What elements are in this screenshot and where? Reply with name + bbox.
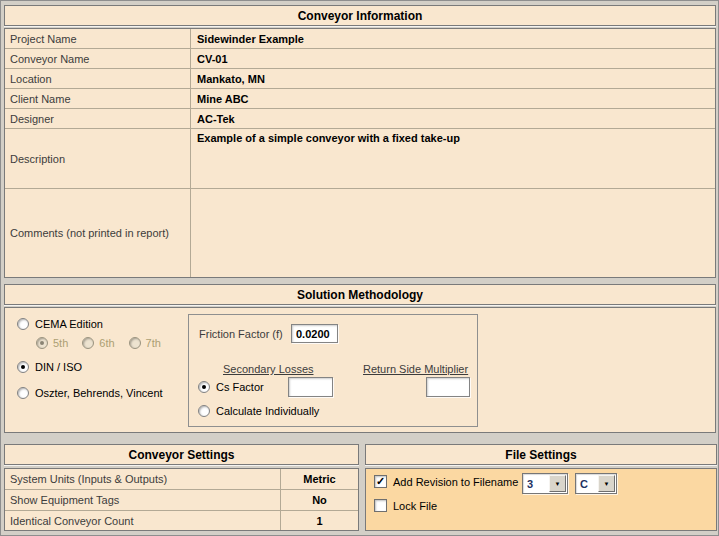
cema-5th-radio[interactable] [36,337,48,349]
table-row: Identical Conveyor Count 1 [5,511,358,530]
table-row: Comments (not printed in report) [5,189,715,277]
equipment-tags-value[interactable]: No [281,494,358,506]
file-settings-header: File Settings [365,444,717,465]
designer-value[interactable]: AC-Tek [191,111,715,127]
return-side-multiplier-label: Return Side Multiplier [363,363,468,375]
cema-7th-label: 7th [146,337,161,349]
calculate-individually-label: Calculate Individually [216,405,319,417]
conveyor-settings-title: Conveyor Settings [128,448,234,462]
project-name-value[interactable]: Sidewinder Example [191,31,715,47]
calculate-individually-radio[interactable] [198,405,210,417]
description-label: Description [5,129,191,188]
revision-letter-value: C [576,474,597,493]
table-row: Project Name Sidewinder Example [5,29,715,49]
system-units-value[interactable]: Metric [281,473,358,485]
designer-label: Designer [5,109,191,128]
comments-label: Comments (not printed in report) [5,189,191,277]
solution-methodology-body: CEMA Edition 5th 6th 7th DIN / ISO Oszte… [4,307,716,433]
table-row: Conveyor Name CV-01 [5,49,715,69]
add-revision-label: Add Revision to Filename [393,476,518,488]
cs-factor-radio[interactable] [198,381,210,393]
table-row: Show Equipment Tags No [5,490,358,511]
lock-file-option[interactable]: Lock File [374,499,437,512]
equipment-tags-label: Show Equipment Tags [5,490,281,510]
table-row: Location Mankato, MN [5,69,715,89]
client-name-label: Client Name [5,89,191,108]
cema-edition-label: CEMA Edition [35,318,103,330]
conveyor-name-value[interactable]: CV-01 [191,51,715,67]
conveyor-information-table: Project Name Sidewinder Example Conveyor… [4,28,716,278]
oszter-option[interactable]: Oszter, Behrends, Vincent [17,387,163,399]
cema-6th-label: 6th [99,337,114,349]
dropdown-arrow-icon[interactable]: ▼ [549,475,566,492]
calculate-individually-option[interactable]: Calculate Individually [198,405,319,417]
system-units-label: System Units (Inputs & Outputs) [5,469,281,489]
solution-methodology-header: Solution Methodology [4,284,716,305]
cema-edition-option[interactable]: CEMA Edition [17,318,103,330]
din-iso-option[interactable]: DIN / ISO [17,361,82,373]
table-row: Client Name Mine ABC [5,89,715,109]
identical-count-label: Identical Conveyor Count [5,511,281,530]
friction-groupbox: Friction Factor (f) Secondary Losses Ret… [188,314,478,427]
cs-factor-option[interactable]: Cs Factor [198,381,264,393]
cema-6th-radio[interactable] [82,337,94,349]
dropdown-arrow-icon[interactable]: ▼ [598,475,615,492]
add-revision-checkbox[interactable]: ✓ [374,475,387,488]
conveyor-editor-window: Conveyor Information Project Name Sidewi… [0,0,719,536]
return-side-multiplier-input[interactable] [426,377,470,397]
revision-letter-dropdown[interactable]: C ▼ [575,473,617,494]
table-row: System Units (Inputs & Outputs) Metric [5,469,358,490]
conveyor-name-label: Conveyor Name [5,49,191,68]
cema-7th-radio[interactable] [129,337,141,349]
table-row: Description Example of a simple conveyor… [5,129,715,189]
cs-factor-input[interactable] [288,377,333,397]
cs-factor-label: Cs Factor [216,381,264,393]
oszter-label: Oszter, Behrends, Vincent [35,387,163,399]
identical-count-value[interactable]: 1 [281,515,358,527]
description-value[interactable]: Example of a simple conveyor with a fixe… [191,129,715,146]
friction-factor-label: Friction Factor (f) [199,328,283,340]
cema-edition-sublist: 5th 6th 7th [36,337,161,349]
conveyor-information-title: Conveyor Information [298,9,423,23]
conveyor-settings-table: System Units (Inputs & Outputs) Metric S… [4,468,359,531]
comments-value[interactable] [191,189,715,194]
file-settings-body: ✓ Add Revision to Filename 3 ▼ C ▼ Lock … [365,468,717,531]
din-iso-label: DIN / ISO [35,361,82,373]
location-label: Location [5,69,191,88]
check-icon: ✓ [376,476,385,487]
file-settings-title: File Settings [505,448,576,462]
add-revision-option[interactable]: ✓ Add Revision to Filename [374,475,518,488]
table-row: Designer AC-Tek [5,109,715,129]
oszter-radio[interactable] [17,387,29,399]
revision-number-dropdown[interactable]: 3 ▼ [522,473,568,494]
revision-number-value: 3 [523,474,548,493]
cema-edition-radio[interactable] [17,318,29,330]
solution-methodology-title: Solution Methodology [297,288,423,302]
din-iso-radio[interactable] [17,361,29,373]
lock-file-checkbox[interactable] [374,499,387,512]
client-name-value[interactable]: Mine ABC [191,91,715,107]
location-value[interactable]: Mankato, MN [191,71,715,87]
friction-factor-input[interactable] [291,324,338,343]
secondary-losses-label: Secondary Losses [223,363,314,375]
conveyor-information-header: Conveyor Information [4,5,716,26]
lock-file-label: Lock File [393,500,437,512]
cema-5th-label: 5th [53,337,68,349]
conveyor-settings-header: Conveyor Settings [4,444,359,465]
project-name-label: Project Name [5,29,191,48]
